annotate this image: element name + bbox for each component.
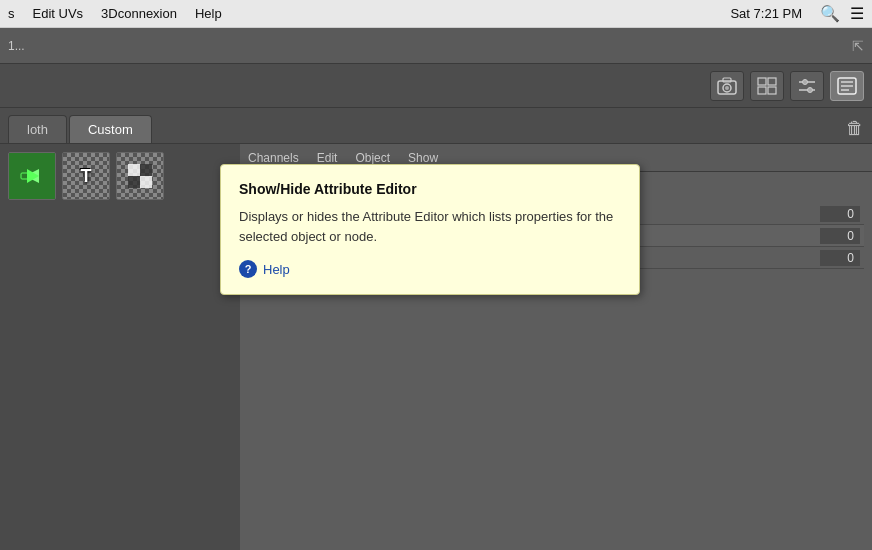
svg-rect-20 — [140, 164, 152, 176]
channel-menu-object[interactable]: Object — [355, 151, 390, 165]
channel-menu-channels[interactable]: Channels — [248, 151, 299, 165]
tooltip-popup: Show/Hide Attribute Editor Displays or h… — [220, 164, 640, 295]
address-bar: 1... ⇱ — [0, 28, 872, 64]
svg-rect-19 — [128, 164, 140, 176]
arrow-icon — [9, 153, 55, 199]
shelf-icon-checker-flag[interactable] — [116, 152, 164, 200]
help-label[interactable]: Help — [263, 262, 290, 277]
svg-rect-21 — [128, 176, 140, 188]
help-icon: ? — [239, 260, 257, 278]
menu-vs[interactable]: s — [8, 6, 15, 21]
svg-rect-7 — [768, 87, 776, 94]
svg-point-9 — [803, 79, 808, 84]
tabs-row: loth Custom 🗑 — [0, 108, 872, 144]
flag-svg — [126, 162, 154, 190]
toolbar-sliders-btn[interactable] — [790, 71, 824, 101]
tooltip-help-link[interactable]: ? Help — [239, 260, 621, 278]
address-text: 1... — [8, 39, 852, 53]
svg-rect-6 — [758, 87, 766, 94]
menu-icons: 🔍 ☰ — [820, 4, 864, 23]
svg-rect-22 — [140, 176, 152, 188]
menu-help[interactable]: Help — [195, 6, 222, 21]
checker-t-letter: T — [81, 166, 92, 187]
menu-clock: Sat 7:21 PM — [730, 6, 802, 21]
toolbar-grid-btn[interactable] — [750, 71, 784, 101]
toolbar-camera-btn[interactable] — [710, 71, 744, 101]
toolbar-row — [0, 64, 872, 108]
tooltip-description: Displays or hides the Attribute Editor w… — [239, 207, 621, 246]
search-icon[interactable]: 🔍 — [820, 4, 840, 23]
channel-value-translate-y[interactable]: 0 — [820, 228, 860, 244]
trash-icon[interactable]: 🗑 — [846, 118, 864, 143]
checker-flag-bg — [117, 153, 163, 199]
main-content: T Show/Hide Attribute Editor Displays or… — [0, 144, 872, 550]
channel-menu-show[interactable]: Show — [408, 151, 438, 165]
expand-icon[interactable]: ⇱ — [852, 38, 864, 54]
menu-bar: s Edit UVs 3Dconnexion Help Sat 7:21 PM … — [0, 0, 872, 28]
toolbar-attribute-btn[interactable] — [830, 71, 864, 101]
tab-custom[interactable]: Custom — [69, 115, 152, 143]
menu-list-icon[interactable]: ☰ — [850, 4, 864, 23]
shelf-icons-row: T — [8, 152, 232, 200]
channel-value-translate-z[interactable]: 0 — [820, 250, 860, 266]
shelf-icon-arrow[interactable] — [8, 152, 56, 200]
shelf-panel: T — [0, 144, 240, 550]
menu-3dconnexion[interactable]: 3Dconnexion — [101, 6, 177, 21]
shelf-icon-checker-t[interactable]: T — [62, 152, 110, 200]
svg-rect-1 — [723, 78, 731, 82]
svg-point-11 — [808, 87, 813, 92]
svg-point-3 — [725, 86, 729, 90]
checker-t-bg: T — [63, 153, 109, 199]
svg-rect-4 — [758, 78, 766, 85]
tab-loth[interactable]: loth — [8, 115, 67, 143]
svg-rect-5 — [768, 78, 776, 85]
menu-edit-uvs[interactable]: Edit UVs — [33, 6, 84, 21]
channel-value-translate-x[interactable]: 0 — [820, 206, 860, 222]
channel-menu-edit[interactable]: Edit — [317, 151, 338, 165]
tooltip-title: Show/Hide Attribute Editor — [239, 181, 621, 197]
